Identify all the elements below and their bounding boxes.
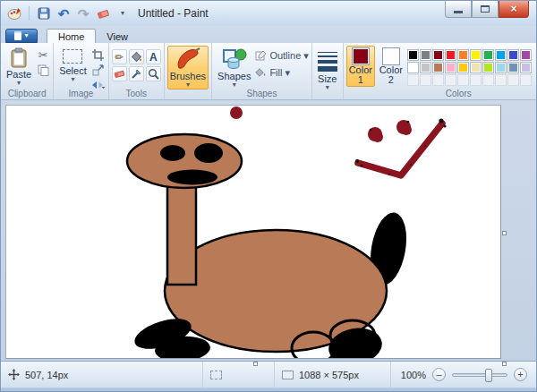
minimize-icon: [454, 11, 463, 13]
select-rectangle-icon: [63, 49, 82, 64]
palette-swatch-empty[interactable]: [520, 74, 532, 86]
redo-button[interactable]: ↷: [75, 5, 91, 21]
canvas-resize-handle-corner[interactable]: [502, 362, 507, 366]
palette-swatch-empty[interactable]: [507, 74, 519, 86]
scissors-icon: ✂: [38, 49, 48, 61]
fill-button[interactable]: Fill ▾: [255, 65, 308, 80]
palette-swatch[interactable]: [507, 49, 519, 61]
fill-bucket-icon: [131, 51, 142, 63]
palette-swatch-empty[interactable]: [432, 74, 444, 86]
palette-swatch[interactable]: [482, 49, 494, 61]
drawing-canvas[interactable]: [5, 105, 501, 359]
palette-swatch-empty[interactable]: [445, 74, 456, 86]
brushes-button[interactable]: Brushes ▾: [167, 46, 209, 89]
palette-swatch-empty[interactable]: [420, 74, 431, 86]
minus-icon: –: [436, 370, 441, 379]
color2-button[interactable]: Color 2: [377, 46, 405, 87]
palette-swatch[interactable]: [445, 49, 456, 61]
copy-button[interactable]: [36, 64, 50, 76]
palette-swatch[interactable]: [520, 62, 532, 73]
palette-swatch[interactable]: [507, 62, 519, 73]
group-label-image: Image: [54, 89, 108, 98]
palette-swatch-empty[interactable]: [482, 74, 494, 86]
window-controls: ×: [445, 1, 529, 18]
palette-swatch-empty[interactable]: [495, 74, 507, 86]
chevron-down-icon: ▾: [303, 50, 309, 62]
color1-button[interactable]: Color 1: [346, 46, 375, 87]
status-bar: 507, 14px 1088 × 575px 100% – +: [1, 361, 536, 388]
palette-swatch[interactable]: [432, 62, 444, 73]
eraser-qat-button[interactable]: [95, 5, 111, 21]
save-button[interactable]: [36, 5, 52, 21]
zoom-slider-thumb[interactable]: [485, 369, 492, 382]
outline-button[interactable]: Outline ▾: [255, 48, 308, 63]
maximize-button[interactable]: [472, 1, 499, 18]
palette-swatch[interactable]: [457, 62, 469, 73]
tab-home[interactable]: Home: [47, 29, 96, 43]
palette-swatch-empty[interactable]: [407, 74, 419, 86]
resize-button[interactable]: [91, 64, 106, 76]
pencil-icon: ✏: [115, 52, 124, 63]
customize-qat-button[interactable]: ▾: [115, 5, 131, 21]
palette-swatch[interactable]: [445, 62, 456, 73]
zoom-out-button[interactable]: –: [432, 368, 446, 381]
minimize-button[interactable]: [445, 1, 472, 18]
palette-swatch[interactable]: [470, 49, 482, 61]
paint-menu-button[interactable]: ▾: [5, 29, 38, 43]
palette-swatch[interactable]: [420, 62, 431, 73]
select-button[interactable]: Select ▾: [56, 46, 90, 84]
palette-swatch[interactable]: [432, 49, 444, 61]
canvas-resize-handle-right[interactable]: [502, 231, 507, 235]
palette-swatch[interactable]: [495, 49, 507, 61]
palette-swatch-empty[interactable]: [470, 74, 482, 86]
undo-button[interactable]: ↶: [55, 5, 72, 21]
canvas-resize-handle-bottom[interactable]: [253, 362, 258, 366]
palette-swatch[interactable]: [457, 49, 469, 61]
plus-icon: +: [517, 370, 523, 379]
palette-swatch[interactable]: [482, 62, 494, 73]
cut-button[interactable]: ✂: [36, 48, 50, 61]
chevron-down-icon: ▾: [121, 10, 124, 17]
zoom-slider[interactable]: [452, 373, 507, 377]
animal-left-eye: [160, 145, 185, 161]
palette-swatch[interactable]: [520, 49, 532, 61]
tab-view[interactable]: View: [96, 30, 139, 43]
palette-swatch[interactable]: [407, 62, 419, 73]
resize-icon: [92, 64, 104, 76]
close-button[interactable]: ×: [499, 1, 529, 18]
smiley-left-eye: [368, 127, 383, 142]
fill-tool-button[interactable]: [129, 49, 144, 64]
palette-swatch[interactable]: [407, 49, 419, 61]
text-tool-button[interactable]: A: [146, 49, 161, 64]
qat-separator: [29, 6, 30, 21]
palette-swatch[interactable]: [495, 62, 507, 73]
palette-swatch-empty[interactable]: [457, 74, 469, 86]
palette-swatch[interactable]: [420, 49, 431, 61]
chevron-down-icon: ▾: [186, 81, 190, 88]
shapes-button[interactable]: Shapes ▾: [215, 46, 253, 89]
window-title: Untitled - Paint: [138, 7, 209, 20]
group-tools: ✏ A Tools: [109, 43, 165, 99]
color-picker-tool-button[interactable]: [129, 66, 144, 81]
crop-button[interactable]: [91, 48, 106, 61]
close-icon: ×: [510, 3, 516, 15]
pencil-tool-button[interactable]: ✏: [112, 49, 127, 64]
magnifier-tool-button[interactable]: [146, 66, 161, 81]
brush-icon: [175, 47, 200, 71]
animal-neck: [167, 183, 196, 285]
copy-icon: [38, 64, 49, 76]
size-button[interactable]: Size ▾: [315, 46, 340, 92]
paint-app-icon: [6, 5, 22, 21]
group-label-tools: Tools: [109, 89, 164, 98]
animal-mouth: [167, 170, 217, 185]
group-colors: Color 1 Color 2 Edit colors Colors: [344, 43, 537, 99]
eraser-tool-button[interactable]: [112, 66, 127, 81]
size-lines-icon: [318, 47, 337, 73]
palette-swatch[interactable]: [470, 62, 482, 73]
chevron-down-icon: ▾: [326, 84, 329, 90]
paste-button[interactable]: Paste ▾: [4, 46, 34, 88]
chevron-down-icon: ▾: [24, 32, 28, 39]
color1-swatch: [352, 47, 370, 65]
zoom-in-button[interactable]: +: [514, 368, 527, 381]
edit-colors-button[interactable]: Edit colors: [533, 46, 537, 87]
